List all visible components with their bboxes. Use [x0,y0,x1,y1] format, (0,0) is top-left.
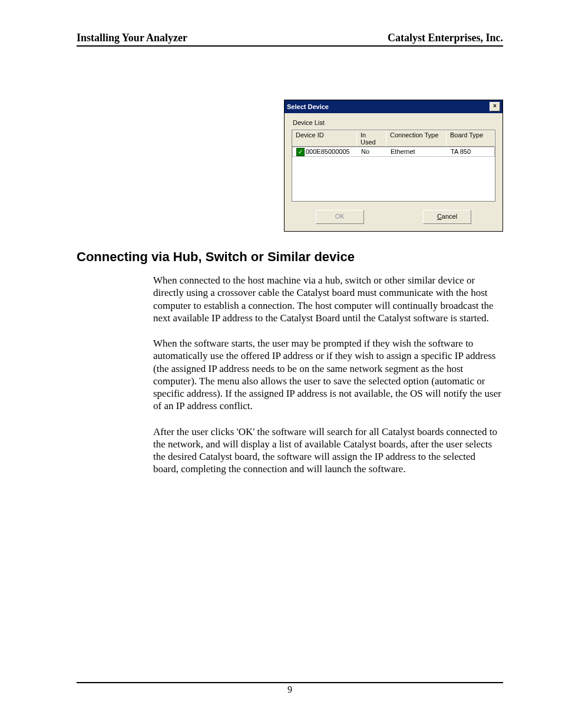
check-icon: ✓ [296,148,305,156]
section-heading: Connecting via Hub, Switch or Similar de… [77,249,503,265]
col-in-used[interactable]: In Used [357,130,386,147]
dialog-titlebar: Select Device × [285,100,503,113]
dialog-screenshot: Select Device × Device List Device ID In… [77,100,503,232]
header-right: Catalyst Enterprises, Inc. [388,32,503,44]
col-board-type[interactable]: Board Type [447,130,495,147]
ok-button: OK [316,210,364,224]
header-left: Installing Your Analyzer [77,32,187,44]
body-text: When connected to the host machine via a… [153,274,503,476]
col-device-id[interactable]: Device ID [292,130,357,147]
paragraph-2: When the software starts, the user may b… [153,337,503,413]
paragraph-1: When connected to the host machine via a… [153,274,503,324]
close-icon[interactable]: × [490,102,500,111]
table-row[interactable]: ✓000E85000005 No Ethernet TA 850 [292,147,495,157]
page-header: Installing Your Analyzer Catalyst Enterp… [77,32,503,47]
cell-in-used: No [358,148,387,156]
col-connection-type[interactable]: Connection Type [386,130,447,147]
dialog-title: Select Device [287,103,329,110]
paragraph-3: After the user clicks 'OK' the software … [153,426,503,476]
page-footer: 9 [77,682,503,695]
device-id-text: 000E85000005 [306,148,350,155]
cell-connection-type: Ethernet [387,148,447,156]
cell-device-id: ✓000E85000005 [293,148,358,156]
cell-board-type: TA 850 [447,148,494,156]
select-device-dialog: Select Device × Device List Device ID In… [284,100,503,232]
device-list-label: Device List [293,119,495,126]
page-number: 9 [287,684,292,694]
table-header: Device ID In Used Connection Type Board … [292,130,495,147]
cancel-button[interactable]: Cancel [423,210,471,224]
device-table[interactable]: Device ID In Used Connection Type Board … [292,130,495,202]
